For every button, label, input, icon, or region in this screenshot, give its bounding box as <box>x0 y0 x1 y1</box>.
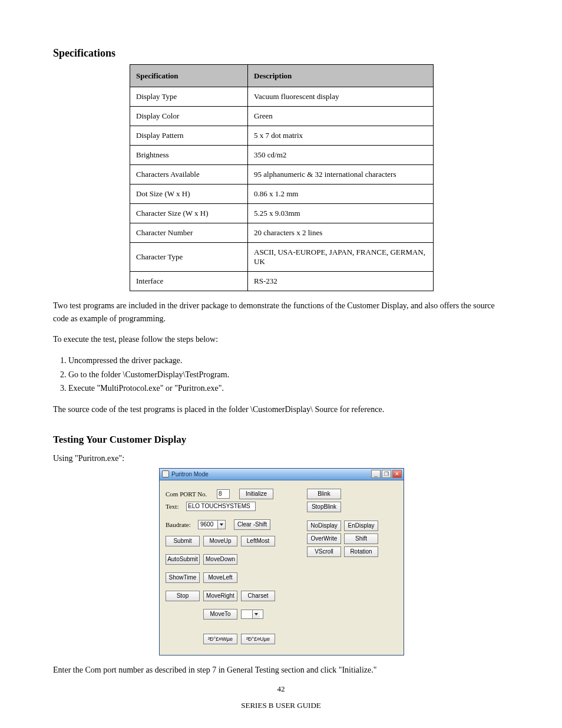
moveright-button[interactable]: MoveRight <box>203 591 237 601</box>
garb1-button[interactable]: ²Ð°£¤Wµe <box>203 634 237 644</box>
table-cell: 5 x 7 dot matrix <box>248 126 434 146</box>
th-spec: Specification <box>130 65 248 87</box>
intro-p2: To execute the test, please follow the s… <box>53 333 509 346</box>
table-cell: Character Type <box>130 243 248 272</box>
initialize-button[interactable]: Initialize <box>239 489 273 499</box>
baud-dropdown-icon <box>217 521 225 529</box>
table-row: InterfaceRS-232 <box>130 272 434 291</box>
table-row: Display ColorGreen <box>130 107 434 126</box>
table-cell: Vacuum fluorescent display <box>248 87 434 107</box>
table-cell: Characters Available <box>130 165 248 185</box>
garb2-button[interactable]: ²Ð°£¤Uµe <box>241 634 275 644</box>
movedown-button[interactable]: MoveDown <box>203 554 237 565</box>
clear-shift-button[interactable]: Clear -Shift <box>234 519 270 530</box>
list-item: Go to the folder \CustomerDisplay\TestPr… <box>68 368 509 381</box>
table-row: Display TypeVacuum fluorescent display <box>130 87 434 107</box>
moveto-combo[interactable] <box>241 610 263 619</box>
footer-text: SERIES B USER GUIDE <box>0 701 562 710</box>
page-title: Specifications <box>53 47 509 60</box>
vscroll-button[interactable]: VScroll <box>307 546 341 557</box>
leftmost-button[interactable]: LeftMost <box>241 536 275 546</box>
subhead-testing: Testing Your Customer Display <box>53 434 509 446</box>
nodisplay-button[interactable]: NoDisplay <box>307 521 341 531</box>
table-row: Dot Size (W x H)0.86 x 1.2 mm <box>130 185 434 204</box>
autosubmit-button[interactable]: AutoSubmit <box>166 554 200 565</box>
text-input[interactable] <box>186 502 256 511</box>
table-cell: Green <box>248 107 434 126</box>
moveto-value <box>242 610 252 618</box>
overwrite-button[interactable]: OverWrite <box>307 533 341 544</box>
table-cell: 350 cd/m2 <box>248 146 434 165</box>
table-cell: Dot Size (W x H) <box>130 185 248 204</box>
table-cell: 5.25 x 9.03mm <box>248 204 434 223</box>
puritron-window: Puritron Mode _ ❐ ✕ Com PORT No. Initial… <box>159 468 404 655</box>
bottom-para: Enter the Com port number as described i… <box>53 664 509 677</box>
submit-button[interactable]: Submit <box>166 536 200 546</box>
blink-button[interactable]: Blink <box>307 489 341 499</box>
intro-p3: The source code of the test programs is … <box>53 403 509 416</box>
list-item: Uncompressed the driver package. <box>68 354 509 367</box>
table-cell: Display Color <box>130 107 248 126</box>
table-cell: Character Size (W x H) <box>130 204 248 223</box>
window-title: Puritron Mode <box>171 471 209 477</box>
table-row: Character Number20 characters x 2 lines <box>130 223 434 243</box>
stopblink-button[interactable]: StopBlink <box>307 502 341 512</box>
subsub-puritron: Using "Puritron.exe": <box>53 454 509 463</box>
close-button[interactable]: ✕ <box>392 470 402 478</box>
baud-combo[interactable]: 9600 <box>198 520 226 529</box>
titlebar: Puritron Mode _ ❐ ✕ <box>160 469 404 480</box>
table-cell: Interface <box>130 272 248 291</box>
maximize-button[interactable]: ❐ <box>382 470 391 478</box>
comport-input[interactable] <box>217 489 230 499</box>
spec-table: Specification Description Display TypeVa… <box>130 64 434 291</box>
table-cell: ASCII, USA-EUROPE, JAPAN, FRANCE, GERMAN… <box>248 243 434 272</box>
text-label: Text: <box>166 503 183 510</box>
intro-p1: Two test programs are included in the dr… <box>53 299 509 325</box>
showtime-button[interactable]: ShowTime <box>166 572 200 583</box>
table-cell: Character Number <box>130 223 248 243</box>
moveleft-button[interactable]: MoveLeft <box>203 572 237 583</box>
list-item: Execute "MultiProtocol.exe" or "Puritron… <box>68 382 509 395</box>
baud-value: 9600 <box>199 521 217 529</box>
table-row: Character Size (W x H)5.25 x 9.03mm <box>130 204 434 223</box>
table-row: Character TypeASCII, USA-EUROPE, JAPAN, … <box>130 243 434 272</box>
endisplay-button[interactable]: EnDisplay <box>344 521 378 531</box>
baud-label: Baudrate: <box>166 521 195 528</box>
table-row: Display Pattern5 x 7 dot matrix <box>130 126 434 146</box>
table-cell: 20 characters x 2 lines <box>248 223 434 243</box>
table-cell: Display Type <box>130 87 248 107</box>
table-cell: Brightness <box>130 146 248 165</box>
minimize-button[interactable]: _ <box>371 470 381 478</box>
table-cell: RS-232 <box>248 272 434 291</box>
th-desc: Description <box>248 65 434 87</box>
table-cell: Display Pattern <box>130 126 248 146</box>
table-cell: 95 alphanumeric & 32 international chara… <box>248 165 434 185</box>
steps-list: Uncompressed the driver package.Go to th… <box>53 354 509 395</box>
stop-button[interactable]: Stop <box>166 591 200 601</box>
page-number: 42 <box>0 684 562 694</box>
moveup-button[interactable]: MoveUp <box>203 536 237 546</box>
rotation-button[interactable]: Rotation <box>344 546 378 557</box>
table-row: Characters Available95 alphanumeric & 32… <box>130 165 434 185</box>
moveto-dropdown-icon <box>252 610 260 618</box>
comport-label: Com PORT No. <box>166 490 214 498</box>
charset-button[interactable]: Charset <box>241 591 275 601</box>
app-icon <box>162 470 169 477</box>
moveto-button[interactable]: MoveTo <box>203 609 237 620</box>
table-cell: 0.86 x 1.2 mm <box>248 185 434 204</box>
table-row: Brightness350 cd/m2 <box>130 146 434 165</box>
spec-table-wrap: Specification Description Display TypeVa… <box>130 64 434 291</box>
shift-button[interactable]: Shift <box>344 533 378 544</box>
